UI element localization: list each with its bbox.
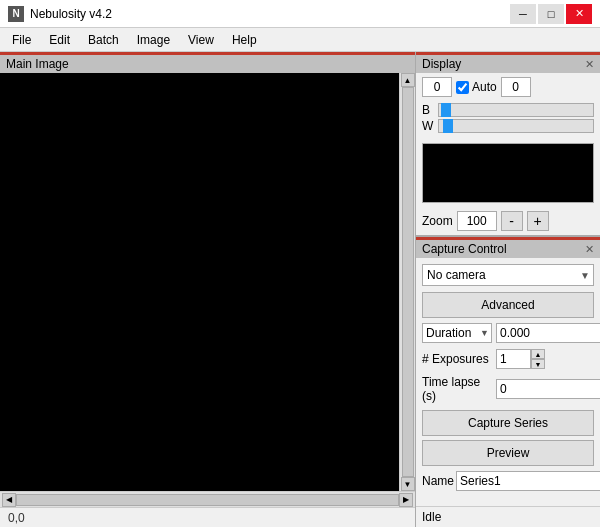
zoom-input[interactable] (457, 211, 497, 231)
idle-status: Idle (416, 506, 600, 527)
exposures-up-button[interactable]: ▲ (531, 349, 545, 359)
scroll-track-vertical[interactable] (402, 87, 414, 477)
auto-checkbox[interactable] (456, 81, 469, 94)
display-close-button[interactable]: ✕ (585, 58, 594, 71)
capture-series-button[interactable]: Capture Series (422, 410, 594, 436)
display-title: Display (422, 57, 461, 71)
exposures-label: # Exposures (422, 352, 492, 366)
main-layout: Main Image ▲ ▼ ◀ ▶ 0,0 Display ✕ (0, 52, 600, 527)
name-label: Name (422, 474, 452, 488)
w-slider[interactable] (438, 119, 594, 133)
scroll-up-button[interactable]: ▲ (401, 73, 415, 87)
capture-panel: Capture Control ✕ No camera ▼ Advanced D… (416, 237, 600, 527)
status-bar: 0,0 (0, 507, 415, 527)
exposures-row: # Exposures ▲ ▼ (416, 346, 600, 372)
main-image-header: Main Image (0, 52, 415, 73)
advanced-button[interactable]: Advanced (422, 292, 594, 318)
capture-title: Capture Control (422, 242, 507, 256)
bw-sliders: B W (416, 101, 600, 139)
duration-select[interactable]: Duration (422, 323, 492, 343)
w-slider-thumb[interactable] (443, 119, 453, 133)
right-panel: Display ✕ Auto B W (415, 52, 600, 527)
menu-bar: File Edit Batch Image View Help (0, 28, 600, 52)
vertical-scrollbar: ▲ ▼ (399, 73, 415, 491)
preview-button[interactable]: Preview (422, 440, 594, 466)
w-slider-row: W (422, 119, 594, 133)
zoom-label: Zoom (422, 214, 453, 228)
timelapse-input[interactable] (496, 379, 600, 399)
app-title: Nebulosity v4.2 (30, 7, 112, 21)
b-slider-row: B (422, 103, 594, 117)
exposures-down-button[interactable]: ▼ (531, 359, 545, 369)
display-header: Display ✕ (416, 52, 600, 73)
b-label: B (422, 103, 434, 117)
exposures-input[interactable] (496, 349, 531, 369)
menu-batch[interactable]: Batch (80, 31, 127, 49)
w-label: W (422, 119, 434, 133)
capture-header: Capture Control ✕ (416, 237, 600, 258)
horizontal-scrollbar: ◀ ▶ (0, 491, 415, 507)
duration-row: Duration ▼ (416, 320, 600, 346)
display-left-input[interactable] (422, 77, 452, 97)
scroll-right-button[interactable]: ▶ (399, 493, 413, 507)
close-button[interactable]: ✕ (566, 4, 592, 24)
display-right-input[interactable] (501, 77, 531, 97)
menu-help[interactable]: Help (224, 31, 265, 49)
scroll-left-button[interactable]: ◀ (2, 493, 16, 507)
display-panel: Display ✕ Auto B W (416, 52, 600, 237)
menu-edit[interactable]: Edit (41, 31, 78, 49)
menu-file[interactable]: File (4, 31, 39, 49)
capture-close-button[interactable]: ✕ (585, 243, 594, 256)
menu-image[interactable]: Image (129, 31, 178, 49)
zoom-row: Zoom - + (416, 207, 600, 235)
maximize-button[interactable]: □ (538, 4, 564, 24)
title-bar: N Nebulosity v4.2 ─ □ ✕ (0, 0, 600, 28)
name-input[interactable] (456, 471, 600, 491)
b-slider-thumb[interactable] (441, 103, 451, 117)
minimize-button[interactable]: ─ (510, 4, 536, 24)
auto-label: Auto (456, 80, 497, 94)
app-icon: N (8, 6, 24, 22)
menu-view[interactable]: View (180, 31, 222, 49)
main-image-canvas (0, 73, 399, 491)
display-row1: Auto (416, 73, 600, 101)
b-slider[interactable] (438, 103, 594, 117)
exposures-spinner: ▲ ▼ (531, 349, 545, 369)
display-preview-box (422, 143, 594, 203)
name-row: Name (416, 468, 600, 494)
camera-select[interactable]: No camera (422, 264, 594, 286)
timelapse-label: Time lapse (s) (422, 375, 492, 403)
left-panel: Main Image ▲ ▼ ◀ ▶ 0,0 (0, 52, 415, 527)
zoom-plus-button[interactable]: + (527, 211, 549, 231)
scroll-track-horizontal[interactable] (16, 494, 399, 506)
camera-select-row: No camera ▼ (416, 258, 600, 290)
duration-input[interactable] (496, 323, 600, 343)
scroll-down-button[interactable]: ▼ (401, 477, 415, 491)
timelapse-row: Time lapse (s) (416, 372, 600, 406)
zoom-minus-button[interactable]: - (501, 211, 523, 231)
exposures-field: ▲ ▼ (496, 349, 545, 369)
coords-display: 0,0 (8, 511, 25, 525)
